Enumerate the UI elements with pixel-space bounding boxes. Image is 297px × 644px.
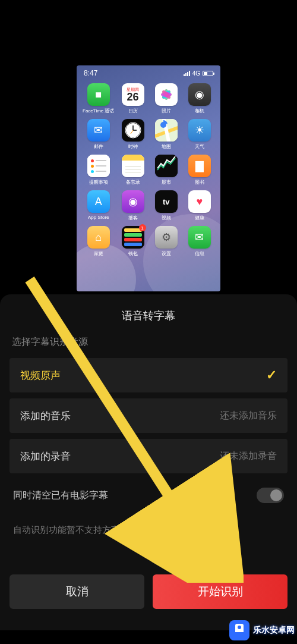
home-app: ▇图书: [185, 155, 214, 186]
home-app: 备忘录: [118, 155, 148, 186]
app-icon: [87, 155, 110, 177]
watermark: 乐水安卓网: [229, 620, 295, 640]
option-label: 添加的音乐: [20, 409, 71, 423]
phone-screenshot: 8:47 4G ■FaceTime 通话星期四26日历照片◉相机✉邮件时钟地图☀…: [77, 65, 220, 291]
checkmark-icon: ✓: [266, 367, 277, 383]
app-label: 钱包: [128, 250, 138, 257]
app-icon: 1: [122, 226, 144, 249]
home-app: ☀天气: [185, 119, 214, 150]
start-recognition-button[interactable]: 开始识别: [153, 574, 287, 609]
watermark-text: 乐水安卓网: [253, 625, 295, 636]
option-label: 视频原声: [20, 369, 61, 382]
section-label: 选择字幕识别音源: [0, 336, 297, 358]
home-app: tv视频: [151, 190, 181, 221]
app-label: 邮件: [94, 143, 103, 150]
app-icon: ◉: [188, 83, 211, 106]
status-right: 4G: [184, 70, 213, 77]
home-app: ♥健康: [185, 190, 214, 221]
home-app: AApp Store: [83, 190, 115, 221]
app-icon: [122, 119, 144, 142]
notification-badge: 1: [139, 224, 146, 231]
app-icon: 星期四26: [122, 83, 144, 106]
video-preview-area: 8:47 4G ■FaceTime 通话星期四26日历照片◉相机✉邮件时钟地图☀…: [0, 0, 297, 294]
app-label: 天气: [195, 143, 204, 150]
home-app: ◉播客: [118, 190, 148, 221]
home-app: 星期四26日历: [118, 83, 148, 114]
app-icon: ◉: [122, 190, 144, 213]
signal-icon: [184, 71, 190, 76]
audio-source-option[interactable]: 视频原声✓: [10, 358, 287, 392]
home-app: ⌂家庭: [83, 226, 115, 257]
audio-source-option[interactable]: 添加的音乐还未添加音乐: [10, 398, 287, 433]
app-label: 播客: [128, 215, 138, 221]
app-label: 提醒事项: [89, 179, 108, 186]
app-label: 日历: [128, 108, 138, 114]
app-label: 图书: [195, 179, 204, 186]
status-network: 4G: [192, 70, 200, 77]
home-app: 照片: [151, 83, 181, 114]
app-label: 照片: [162, 108, 171, 114]
app-label: 地图: [162, 143, 171, 150]
clear-subtitles-row: 同时清空已有电影字幕: [0, 479, 297, 509]
app-label: 信息: [195, 250, 204, 257]
app-label: 相机: [195, 108, 204, 114]
app-icon: [155, 119, 178, 142]
home-app: ✉邮件: [83, 119, 115, 150]
app-icon: ⌂: [87, 226, 110, 249]
app-icon: ☀: [188, 119, 211, 142]
audio-source-option[interactable]: 添加的录音还未添加录音: [10, 439, 287, 473]
home-app: ■FaceTime 通话: [83, 83, 115, 114]
option-status: 还未添加音乐: [220, 410, 277, 422]
home-app: 股市: [151, 155, 181, 186]
home-app: 时钟: [118, 119, 148, 150]
app-label: 健康: [195, 215, 204, 221]
app-icon: ✉: [188, 226, 211, 249]
home-app: 地图: [151, 119, 181, 150]
status-bar: 8:47 4G: [77, 65, 220, 78]
battery-icon: [203, 71, 213, 76]
app-icon: ▇: [188, 155, 211, 177]
app-label: 股市: [162, 179, 171, 186]
app-icon: [155, 83, 178, 106]
app-icon: tv: [155, 190, 178, 213]
option-label: 添加的录音: [20, 450, 71, 463]
app-label: App Store: [88, 215, 109, 220]
panel-title: 语音转字幕: [0, 294, 297, 336]
home-app-grid: ■FaceTime 通话星期四26日历照片◉相机✉邮件时钟地图☀天气提醒事项备忘…: [77, 78, 220, 257]
cancel-button[interactable]: 取消: [10, 574, 144, 609]
clear-subtitles-label: 同时清空已有电影字幕: [13, 489, 108, 502]
status-time: 8:47: [84, 69, 97, 77]
subtitle-panel: 语音转字幕 选择字幕识别音源 视频原声✓添加的音乐还未添加音乐添加的录音还未添加…: [0, 294, 297, 630]
watermark-logo-icon: [229, 620, 249, 640]
app-icon: ♥: [188, 190, 211, 213]
app-label: 时钟: [128, 143, 138, 150]
app-icon: ✉: [87, 119, 110, 142]
app-icon: [155, 155, 178, 177]
app-icon: ⚙: [155, 226, 178, 249]
home-app: 提醒事项: [83, 155, 115, 186]
app-label: 视频: [162, 215, 171, 221]
app-icon: [122, 155, 144, 177]
option-status: 还未添加录音: [220, 450, 277, 463]
dialect-hint: 自动识别功能暂不支持方言哦: [0, 509, 297, 536]
app-label: FaceTime 通话: [83, 108, 115, 114]
home-app: ✉信息: [185, 226, 214, 257]
audio-source-list: 视频原声✓添加的音乐还未添加音乐添加的录音还未添加录音: [0, 358, 297, 473]
app-label: 备忘录: [126, 179, 140, 186]
app-icon: ■: [87, 83, 110, 106]
button-row: 取消 开始识别: [0, 574, 297, 609]
app-icon: A: [87, 190, 110, 213]
app-label: 设置: [162, 250, 171, 257]
clear-subtitles-switch[interactable]: [257, 488, 284, 503]
app-label: 家庭: [94, 250, 103, 257]
home-app: 1钱包: [118, 226, 148, 257]
home-app: ⚙设置: [151, 226, 181, 257]
home-app: ◉相机: [185, 83, 214, 114]
